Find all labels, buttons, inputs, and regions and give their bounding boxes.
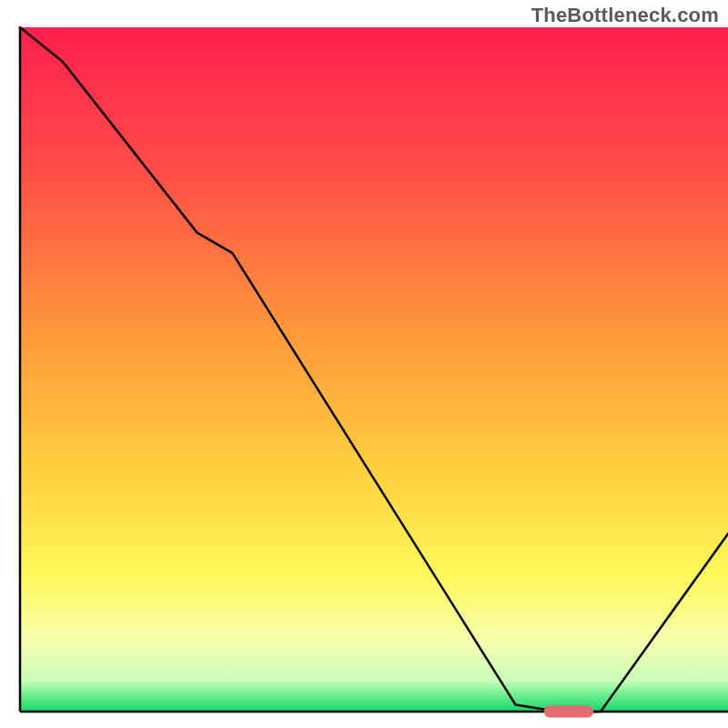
sweet-spot-marker bbox=[544, 706, 593, 718]
chart-container: TheBottleneck.com bbox=[0, 0, 728, 728]
bottleneck-chart bbox=[0, 0, 728, 728]
plot-background bbox=[20, 27, 728, 712]
watermark-text: TheBottleneck.com bbox=[531, 4, 719, 27]
